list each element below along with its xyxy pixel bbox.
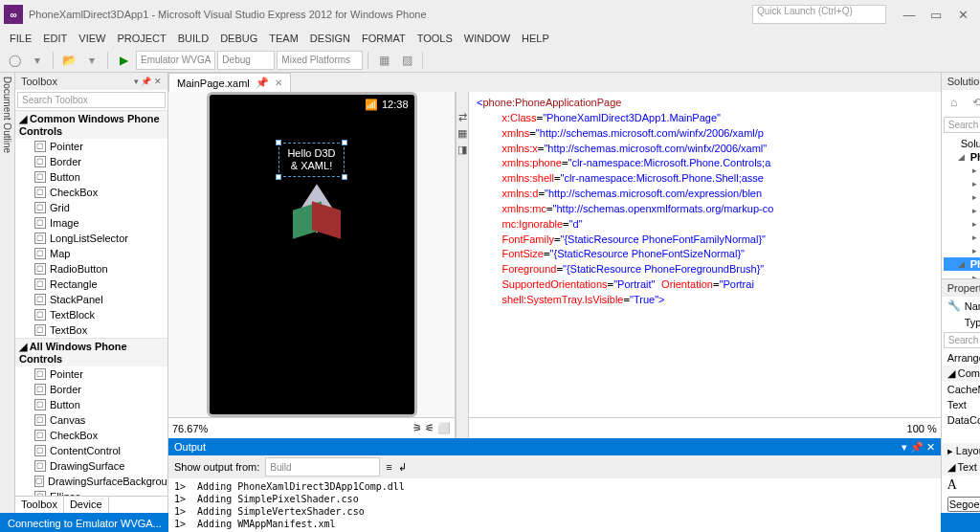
toolbox-item[interactable]: ▢TextBlock	[15, 307, 167, 322]
menu-debug[interactable]: DEBUG	[214, 33, 263, 44]
output-text[interactable]: 1> Adding PhoneXamlDirect3DApp1Comp.dll …	[168, 478, 941, 532]
tree-node[interactable]: ▸External Dependencies	[944, 271, 980, 278]
toolbox-item[interactable]: ▢Image	[15, 215, 167, 231]
props-search-input[interactable]: Search Properties	[944, 332, 980, 348]
toolbox-pane: Toolbox ▾ 📌 ✕ Search Toolbox ◢ Common Wi…	[15, 73, 168, 513]
ungroup-icon[interactable]: ▨	[396, 50, 417, 71]
tree-node[interactable]: ▸LocalizedStrings.cs	[944, 231, 980, 244]
group-icon[interactable]: ▦	[373, 50, 394, 71]
textblock-selected[interactable]: Hello D3D & XAML!	[278, 143, 344, 177]
toolbox-item[interactable]: ▢TextBox	[15, 322, 167, 338]
home-icon[interactable]: ⌂	[944, 92, 965, 113]
toolbox-item[interactable]: ▢ContentControl	[15, 443, 167, 458]
menu-project[interactable]: PROJECT	[111, 33, 171, 44]
font-input[interactable]	[947, 497, 980, 512]
open-icon[interactable]: 📂	[58, 50, 79, 71]
toolbox-search-input[interactable]: Search Toolbox	[17, 92, 166, 108]
tree-node[interactable]: ▸Assets	[944, 190, 980, 204]
output-source-dropdown[interactable]: Build	[265, 457, 380, 477]
toolbox-category-common[interactable]: ◢ Common Windows Phone Controls	[15, 110, 167, 139]
tree-node[interactable]: ▸Resources	[944, 204, 980, 217]
emulator-dropdown[interactable]: Emulator WVGA	[136, 51, 215, 70]
output-clear-icon[interactable]: ≡	[386, 461, 391, 473]
output-wrap-icon[interactable]: ↲	[398, 461, 407, 474]
play-icon[interactable]: ▶	[113, 50, 134, 71]
close-button[interactable]: ✕	[949, 4, 976, 25]
zoom-bar: 76.67% ⚞ ⚟ ⬜	[168, 417, 455, 438]
menu-design[interactable]: DESIGN	[304, 33, 356, 44]
designer-surface[interactable]: 📶12:38 Hello D3D & XAML!	[168, 92, 455, 417]
toolbox-item[interactable]: ▢Border	[15, 154, 167, 169]
pin-icon[interactable]: ▾ 📌 ✕	[134, 77, 162, 86]
nav-back-icon[interactable]: ◯	[4, 50, 25, 71]
xaml-editor[interactable]: <phone:PhoneApplicationPage x:Class="Pho…	[469, 92, 941, 417]
tab-pin-icon[interactable]: 📌	[256, 77, 269, 89]
cat-text[interactable]: ◢ Text	[942, 459, 980, 476]
font-icon: A	[947, 477, 957, 493]
document-outline-tab[interactable]: Document Outline	[0, 73, 15, 513]
toolbox-item[interactable]: ▢Pointer	[15, 366, 167, 382]
zoom-right[interactable]: 100 %	[907, 423, 937, 434]
splitter[interactable]: ⇄▦◨	[456, 92, 469, 438]
tab-mainpage[interactable]: MainPage.xaml 📌 ✕	[168, 73, 291, 92]
toolbox-item[interactable]: ▢Grid	[15, 200, 167, 215]
menu-build[interactable]: BUILD	[172, 33, 214, 44]
toolbox-item[interactable]: ▢Button	[15, 169, 167, 185]
show-output-label: Show output from:	[174, 461, 259, 473]
toolbox-item[interactable]: ▢Canvas	[15, 412, 167, 428]
toolbox-item[interactable]: ▢Rectangle	[15, 277, 167, 292]
config-dropdown[interactable]: Debug	[217, 51, 275, 70]
restore-button[interactable]: ▭	[923, 4, 949, 25]
zoom-left[interactable]: 76.67%	[172, 423, 208, 434]
sln-title: Solution Explorer	[947, 76, 980, 87]
toolbox-item[interactable]: ▢StackPanel	[15, 292, 167, 307]
menu-format[interactable]: FORMAT	[356, 33, 412, 44]
toolbox-item[interactable]: ▢DrawingSurface	[15, 458, 167, 474]
toolbox-item[interactable]: ▢Map	[15, 246, 167, 261]
tree-node[interactable]: ◢PhoneXamlDirect3DApp1	[944, 150, 980, 164]
sln-toolbar: ⌂ ⟲ ▦ 🔧	[942, 90, 980, 115]
toolbox-item[interactable]: ▢CheckBox	[15, 428, 167, 443]
menu-help[interactable]: HELP	[516, 33, 555, 44]
save-icon[interactable]: ▾	[81, 50, 102, 71]
tree-node[interactable]: ▸MainPage.xaml	[944, 244, 980, 257]
toolbox-category-all[interactable]: ◢ All Windows Phone Controls	[15, 338, 167, 366]
tree-node[interactable]: ◢PhoneXamlDirect3DApp1Comp	[944, 257, 980, 271]
quick-launch-input[interactable]: Quick Launch (Ctrl+Q)	[752, 5, 886, 24]
tab-close-icon[interactable]: ✕	[275, 78, 282, 88]
platform-dropdown[interactable]: Mixed Platforms	[277, 51, 363, 70]
tree-node[interactable]: Solution 'PhoneXamlDirect3DApp1' (2 proj…	[944, 137, 980, 150]
menu-window[interactable]: WINDOW	[458, 33, 516, 44]
tree-node[interactable]: ▸App.xaml	[944, 217, 980, 231]
refresh-icon[interactable]: ⟲	[967, 92, 980, 113]
cat-layout[interactable]: ▸ Layout	[942, 443, 980, 459]
zoom-controls[interactable]: ⚞ ⚟ ⬜	[412, 422, 451, 434]
menu-edit[interactable]: EDIT	[37, 33, 73, 44]
toolbox-item[interactable]: ▢DrawingSurfaceBackgroundGrid	[15, 474, 167, 489]
toolbox-item[interactable]: ▢Button	[15, 397, 167, 412]
nav-fwd-icon[interactable]: ▾	[27, 50, 48, 71]
sln-search-input[interactable]: Search Solution Explorer (Ctrl+;)	[944, 117, 980, 133]
document-tabs: MainPage.xaml 📌 ✕	[168, 73, 941, 92]
output-pin-icon[interactable]: ▾ 📌 ✕	[902, 441, 935, 454]
menu-team[interactable]: TEAM	[263, 33, 304, 44]
toolbox-item[interactable]: ▢CheckBox	[15, 185, 167, 200]
arrange-by[interactable]: Arrange by: Category	[947, 352, 980, 364]
cat-common[interactable]: ◢ Common	[942, 366, 980, 382]
wrench-icon: 🔧	[947, 299, 961, 312]
tree-node[interactable]: ▸Properties	[944, 164, 980, 177]
toolbox-item[interactable]: ▢RadioButton	[15, 261, 167, 277]
toolbox-item[interactable]: ▢Border	[15, 382, 167, 397]
toolbox-item[interactable]: ▢Ellipse	[15, 489, 167, 496]
toolbox-item[interactable]: ▢LongListSelector	[15, 231, 167, 246]
menu-tools[interactable]: TOOLS	[412, 33, 458, 44]
menu-view[interactable]: VIEW	[73, 33, 111, 44]
clock-text: 12:38	[382, 99, 409, 110]
minimize-button[interactable]: —	[896, 4, 923, 25]
expand-common[interactable]: ⌄	[942, 428, 980, 443]
toolbox-item[interactable]: ▢Pointer	[15, 139, 167, 154]
menu-file[interactable]: FILE	[4, 33, 37, 44]
tab-toolbox[interactable]: Toolbox	[15, 497, 64, 513]
tree-node[interactable]: ▸References	[944, 177, 980, 190]
tab-device[interactable]: Device	[64, 497, 109, 513]
